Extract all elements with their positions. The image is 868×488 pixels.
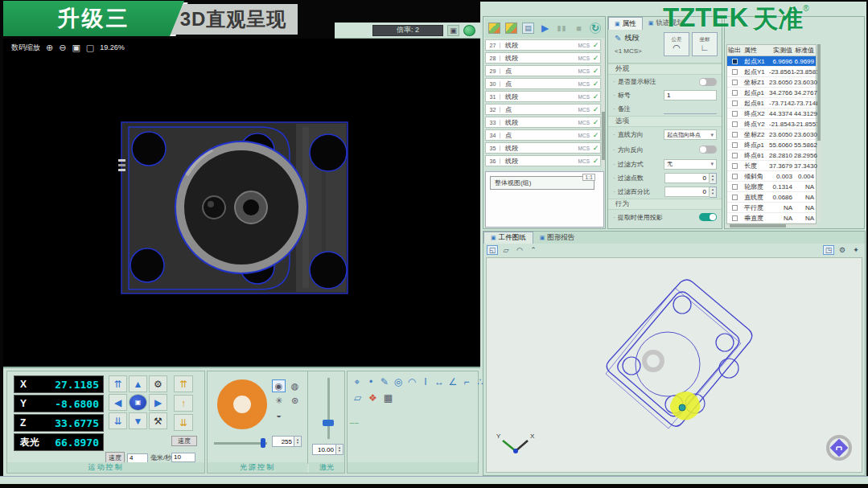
output-checkbox[interactable] <box>732 163 738 169</box>
coaxial-light-icon[interactable]: ◉ <box>272 379 286 392</box>
result-row[interactable]: 终点Y2 -21.8543 -21.8557 <box>727 119 816 129</box>
light-intensity-input[interactable] <box>272 436 294 447</box>
feature-row[interactable]: 27 线段 MCS ✓ <box>485 39 601 51</box>
result-row[interactable]: 起点X1 6.9696 6.9699 <box>727 56 816 67</box>
output-checkbox[interactable] <box>732 80 738 85</box>
jog-right-button[interactable]: ▶ <box>149 394 167 411</box>
jog-up-fast-button[interactable]: ⇈ <box>109 375 127 392</box>
nav-cube-button[interactable] <box>828 437 850 459</box>
expand-icon[interactable]: ⌃ <box>528 245 539 255</box>
remark-input[interactable] <box>664 105 717 114</box>
group-view-item[interactable]: 整体视图(组) 1:1 <box>490 176 594 190</box>
laser-tab[interactable]: 激光 <box>309 462 344 473</box>
line-direction-select[interactable]: 起点指向终点 ▾ <box>664 129 717 140</box>
motion-control-tab[interactable]: 运动控制 <box>7 462 204 473</box>
result-row[interactable]: 终点X2 44.3374 44.3129 <box>727 109 816 119</box>
view3d-canvas[interactable]: Y X <box>486 257 862 473</box>
scatter-tool-icon[interactable]: ∴ <box>475 376 485 388</box>
feature-row[interactable]: 29 点 MCS ✓ <box>485 65 601 76</box>
line-tool-icon[interactable]: ✎ <box>380 376 389 388</box>
jog-stop-button[interactable]: ▣ <box>129 394 147 411</box>
output-checkbox[interactable] <box>732 205 738 211</box>
live-status-icon[interactable] <box>463 25 475 36</box>
quad-light-icon[interactable]: ✳ <box>272 394 286 407</box>
fit-view-icon[interactable]: ▣ <box>72 43 80 52</box>
arc-tool-icon[interactable]: ◠ <box>407 376 417 388</box>
wireframe-icon[interactable]: ▱ <box>500 245 512 255</box>
properties-tab[interactable]: ▣ 属性 <box>608 17 643 30</box>
loop-icon[interactable]: ↻ <box>590 23 601 34</box>
output-checkbox[interactable] <box>732 153 738 158</box>
result-row[interactable]: 长度 37.3679 37.3430 <box>727 161 816 171</box>
jog-up-button[interactable]: ▲ <box>129 375 147 392</box>
feature-row[interactable]: 28 线段 MCS ✓ <box>485 52 601 64</box>
result-row[interactable]: 起点θ1 -73.7142 -73.7148 <box>727 98 816 109</box>
feature-list-scrollbar[interactable] <box>602 39 605 168</box>
bottom-light-icon[interactable]: ◒ <box>272 408 286 421</box>
view-orient-icon[interactable]: ◠ <box>514 245 525 255</box>
light-intensity-stepper[interactable]: ▲▼ <box>294 436 302 447</box>
smart-measure-icon[interactable]: ❖ <box>368 392 378 404</box>
result-row[interactable]: 倾斜角 0.003 0.004 <box>727 171 816 182</box>
output-checkbox[interactable] <box>732 121 738 127</box>
run-icon[interactable]: ▶ <box>539 23 551 34</box>
z-up-fast-button[interactable]: ⇈ <box>174 375 193 392</box>
result-row[interactable]: 平行度 NA NA <box>727 203 816 213</box>
z-up-button[interactable]: ↑ <box>174 395 193 412</box>
zoom-in-icon[interactable]: ⊕ <box>46 43 53 52</box>
output-checkbox[interactable] <box>732 174 738 179</box>
output-checkbox[interactable] <box>732 90 738 96</box>
result-row[interactable]: 轮廓度 0.1314 NA <box>727 182 816 192</box>
coordinate-system-icon[interactable]: ⌖ <box>352 376 362 388</box>
result-row[interactable]: 坐标Z1 23.6050 23.6030 <box>727 77 816 88</box>
stop-icon[interactable]: ■ <box>573 23 585 34</box>
result-row[interactable]: 终点θ1 28.2810 28.2956 <box>727 150 816 161</box>
output-checkbox[interactable] <box>732 100 738 106</box>
output-checkbox[interactable] <box>732 59 738 64</box>
feature-row[interactable]: 30 点 MCS ✓ <box>485 78 601 89</box>
camera-view[interactable] <box>3 39 480 367</box>
output-checkbox[interactable] <box>732 195 738 200</box>
fit-view-icon[interactable]: ◳ <box>823 245 834 255</box>
point-tool-icon[interactable]: • <box>366 376 376 388</box>
view3d-tab[interactable]: ▣ 图形报告 <box>533 232 582 244</box>
view-settings-icon[interactable]: ⚙ <box>837 245 848 255</box>
output-checkbox[interactable] <box>732 69 738 75</box>
use-projection-toggle[interactable] <box>699 213 717 221</box>
result-row[interactable]: 起点ρ1 34.2766 34.2767 <box>727 88 816 98</box>
feature-row[interactable]: 34 点 MCS ✓ <box>485 129 601 141</box>
magnification-selector[interactable]: 倍率: 2 <box>372 25 443 36</box>
ring-light-icon[interactable]: ◍ <box>288 379 302 392</box>
width-tool-icon[interactable]: ↔ <box>434 376 444 388</box>
laser-power-stepper[interactable]: ▲▼ <box>336 444 343 455</box>
zoom-out-icon[interactable]: ⊖ <box>59 43 66 52</box>
refresh-view-icon[interactable]: ✦ <box>850 245 862 255</box>
z-speed-input[interactable] <box>171 453 195 462</box>
result-row[interactable]: 直线度 0.0686 NA <box>727 192 816 203</box>
laser-power-input[interactable] <box>312 444 336 455</box>
jog-settings-button[interactable]: ⚙ <box>149 375 167 392</box>
filter-mode-select[interactable]: 无 ▾ <box>664 159 717 170</box>
filter-points-stepper[interactable]: ▲▼ <box>664 173 717 184</box>
angle-tool-icon[interactable]: ∠ <box>448 376 458 388</box>
speed-input[interactable] <box>127 453 148 463</box>
output-checkbox[interactable] <box>732 111 738 117</box>
jog-down-fast-button[interactable]: ⇊ <box>109 412 127 429</box>
zoom-window-icon[interactable]: ◱ <box>487 245 498 255</box>
jog-tools-button[interactable]: ⚒ <box>149 412 167 429</box>
distance-tool-icon[interactable]: I <box>421 376 430 388</box>
light-intensity-slider[interactable] <box>214 438 267 448</box>
output-checkbox[interactable] <box>732 215 738 221</box>
results-vertical-scrollbar[interactable] <box>817 44 821 223</box>
view3d-tab[interactable]: ▣ 工件图纸 <box>483 232 533 244</box>
ring-light-diagram[interactable] <box>217 379 267 429</box>
laser-power-slider[interactable] <box>323 378 334 439</box>
new-program-icon[interactable] <box>488 23 500 34</box>
output-checkbox[interactable] <box>732 184 738 190</box>
slider-handle[interactable] <box>261 438 265 448</box>
corner-tool-icon[interactable]: ⌐ <box>462 376 471 388</box>
jog-down-button[interactable]: ▼ <box>129 412 147 429</box>
filter-percent-stepper[interactable]: ▲▼ <box>664 187 717 198</box>
output-checkbox[interactable] <box>732 132 738 137</box>
jog-left-button[interactable]: ◀ <box>109 394 127 411</box>
